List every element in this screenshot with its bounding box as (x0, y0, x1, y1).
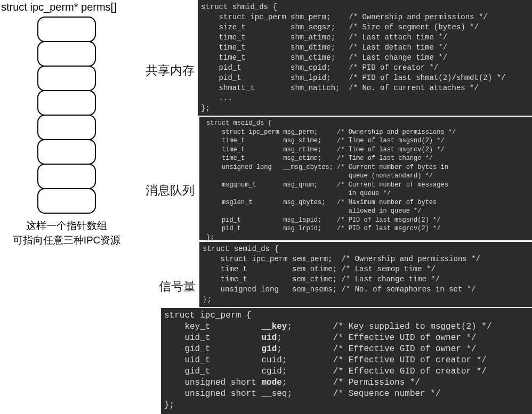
array-cell (37, 115, 96, 140)
array-cell (37, 66, 96, 91)
code-block-shmid-ds: struct shmid_ds { struct ipc_perm shm_pe… (198, 0, 532, 116)
array-caption-line2: 可指向任意三种IPC资源 (13, 234, 121, 246)
array-title: struct ipc_perm* perms[] (0, 0, 133, 14)
array-caption-line1: 这样一个指针数组 (26, 220, 107, 231)
label-shared-memory: 共享内存 (146, 62, 195, 79)
array-cell (37, 139, 96, 165)
code-block-ipc-perm: struct ipc_perm { key_t __key; /* Key su… (161, 308, 532, 414)
label-message-queue: 消息队列 (146, 182, 195, 199)
array-cell (37, 17, 96, 42)
code-block-msqid-ds: struct msqid_ds { struct ipc_perm msg_pe… (199, 117, 532, 240)
array-stack (37, 17, 133, 214)
array-cell (37, 90, 96, 116)
code-block-semid-ds: struct semid_ds { struct ipc_perm sem_pe… (199, 242, 532, 307)
left-panel: struct ipc_perm* perms[] 这样一个指针数组 可指向任意三… (0, 0, 133, 247)
array-cell (37, 41, 96, 67)
array-caption: 这样一个指针数组 可指向任意三种IPC资源 (0, 219, 133, 247)
label-semaphore: 信号量 (159, 278, 196, 295)
array-cell (37, 164, 96, 189)
array-cell (37, 188, 96, 214)
